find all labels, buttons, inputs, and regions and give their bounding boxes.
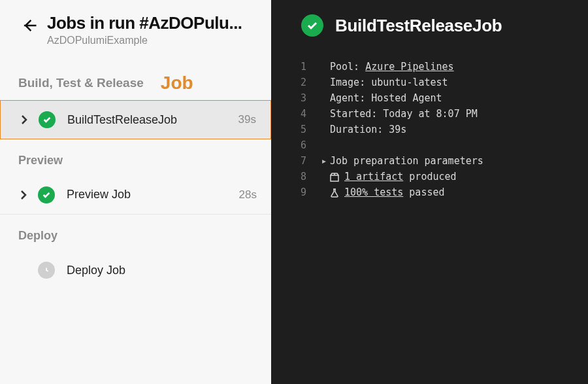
log-text: Image: ubuntu-latest [330, 75, 448, 90]
line-number: 7 [271, 153, 318, 169]
status-success-icon [301, 14, 323, 37]
line-number: 2 [271, 75, 318, 90]
log-line: 9 100% tests passed [271, 184, 588, 200]
log-header: BuildTestReleaseJob [271, 14, 588, 37]
log-line: 2 Image: ubuntu-latest [271, 75, 588, 90]
log-area[interactable]: 1 Pool: Azure Pipelines 2 Image: ubuntu-… [271, 59, 588, 200]
log-text: 100% tests passed [330, 184, 445, 200]
job-name: BuildTestReleaseJob [67, 113, 238, 127]
back-button[interactable] [18, 14, 41, 37]
job-duration: 28s [239, 188, 257, 201]
log-text: Started: Today at 8:07 PM [330, 106, 478, 122]
header: Jobs in run #AzDOPulu... AzDOPulumiExamp… [0, 13, 271, 46]
line-number: 9 [271, 184, 318, 200]
log-panel: BuildTestReleaseJob 1 Pool: Azure Pipeli… [271, 0, 588, 384]
status-success-icon [38, 186, 55, 203]
log-text: Pool: Azure Pipelines [330, 59, 454, 75]
log-line: 5 Duration: 39s [271, 122, 588, 137]
title-block: Jobs in run #AzDOPulu... AzDOPulumiExamp… [47, 13, 242, 46]
svg-rect-1 [331, 175, 338, 181]
stage-label: Deploy [0, 215, 271, 251]
log-line: 1 Pool: Azure Pipelines [271, 59, 588, 75]
annotation-job: Job [161, 73, 193, 94]
job-name: Preview Job [67, 188, 239, 201]
line-number: 5 [271, 122, 318, 137]
line-number: 8 [271, 169, 318, 184]
stage-label: Build, Test & Release [18, 76, 144, 90]
line-number: 6 [271, 137, 318, 153]
job-duration: 39s [238, 113, 256, 126]
flask-icon [330, 188, 340, 198]
artifact-icon [330, 173, 340, 182]
status-pending-icon [38, 262, 55, 279]
job-row-deploy[interactable]: Deploy Job [0, 251, 271, 290]
jobs-panel: Jobs in run #AzDOPulu... AzDOPulumiExamp… [0, 0, 271, 384]
log-line: 3 Agent: Hosted Agent [271, 90, 588, 106]
status-success-icon [39, 111, 56, 128]
pool-link[interactable]: Azure Pipelines [365, 61, 453, 73]
log-text: 1 artifact produced [330, 169, 457, 184]
log-text: Job preparation parameters [330, 153, 483, 169]
chevron-right-icon [19, 114, 29, 125]
stage-header: Build, Test & Release Job [0, 73, 271, 94]
page-subtitle: AzDOPulumiExample [47, 35, 242, 46]
line-number: 3 [271, 90, 318, 106]
log-line: 8 1 artifact produced [271, 169, 588, 184]
log-line: 4 Started: Today at 8:07 PM [271, 106, 588, 122]
job-row-buildtestrelease[interactable]: BuildTestReleaseJob 39s [0, 100, 271, 139]
log-text: Agent: Hosted Agent [330, 90, 442, 106]
line-number: 1 [271, 59, 318, 75]
artifact-link[interactable]: 1 artifact [344, 171, 403, 183]
chevron-right-icon [18, 190, 29, 200]
log-line-expandable[interactable]: 7 ▸ Job preparation parameters [271, 153, 588, 169]
log-line: 6 [271, 137, 588, 153]
job-name: Deploy Job [67, 264, 257, 277]
log-title: BuildTestReleaseJob [335, 16, 502, 36]
arrow-left-icon [20, 16, 39, 35]
expand-triangle-icon: ▸ [318, 153, 330, 169]
page-title: Jobs in run #AzDOPulu... [47, 13, 242, 33]
log-text: Duration: 39s [330, 122, 406, 137]
line-number: 4 [271, 106, 318, 122]
stage-label: Preview [0, 139, 271, 175]
job-row-preview[interactable]: Preview Job 28s [0, 175, 271, 215]
tests-link[interactable]: 100% tests [344, 186, 403, 198]
